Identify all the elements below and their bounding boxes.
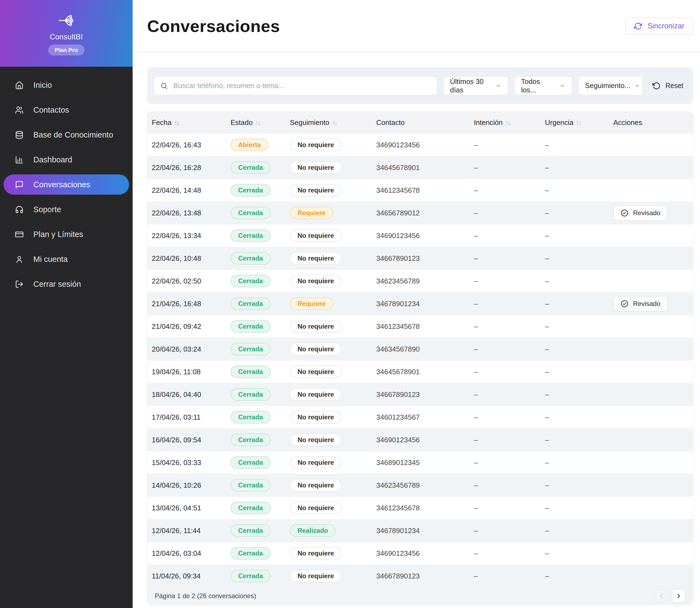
column-header-seguimiento[interactable]: Seguimiento↑↓ (290, 112, 376, 134)
cell-estado: Cerrada (230, 519, 290, 542)
table-row[interactable]: 14/04/26, 10:26CerradaNo requiere3462345… (147, 474, 693, 497)
table-row[interactable]: 22/04/26, 14:48CerradaNo requiere3461234… (147, 179, 693, 202)
cell-contacto: 34634567890 (376, 338, 474, 361)
sync-button[interactable]: Sincronizar (625, 18, 693, 35)
brand-name: ConsultBI (50, 33, 83, 41)
column-header-urgencia[interactable]: Urgencia↑↓ (545, 112, 613, 134)
table-row[interactable]: 21/04/26, 16:48CerradaRequiere3467890123… (147, 292, 693, 315)
credit-card-icon (15, 230, 23, 239)
badge-no-requiere: No requiere (290, 320, 342, 333)
cell-seguimiento: No requiere (290, 247, 376, 270)
table-row[interactable]: 13/04/26, 04:51CerradaNo requiere3461234… (147, 497, 693, 519)
table-row[interactable]: 22/04/26, 02:50CerradaNo requiere3462345… (147, 270, 693, 292)
cell-contacto: 34656789012 (376, 202, 474, 225)
table-row[interactable]: 22/04/26, 10:48CerradaNo requiere3466789… (147, 247, 693, 270)
cell-fecha: 22/04/26, 13:48 (147, 202, 230, 225)
sidebar-item-label: Cerrar sesión (33, 280, 81, 289)
cell-seguimiento: No requiere (290, 156, 376, 179)
table-row[interactable]: 16/04/26, 09:54CerradaNo requiere3469012… (147, 429, 693, 451)
badge-no-requiere: No requiere (290, 570, 342, 582)
table-row[interactable]: 17/04/26, 03:11CerradaNo requiere3460123… (147, 406, 693, 429)
badge-cerrada: Cerrada (230, 184, 271, 196)
table-row[interactable]: 21/04/26, 09:42CerradaNo requiere3461234… (147, 315, 693, 338)
sort-arrows-icon: ↑↓ (576, 119, 581, 126)
home-icon (15, 81, 23, 89)
cell-estado: Cerrada (230, 338, 290, 361)
sort-arrows-icon: ↑↓ (332, 119, 337, 126)
table-row[interactable]: 11/04/26, 09:34CerradaNo requiere3466789… (147, 565, 693, 588)
check-circle-icon (620, 209, 629, 217)
sidebar-item-plan-y-limites[interactable]: Plan y Límites (3, 224, 129, 244)
cell-estado: Cerrada (230, 361, 290, 383)
badge-cerrada: Cerrada (230, 365, 271, 378)
cell-estado: Cerrada (230, 497, 290, 519)
status-filter[interactable]: Todos los... (514, 76, 572, 95)
sidebar-item-inicio[interactable]: Inicio (3, 75, 129, 95)
sidebar-item-mi-cuenta[interactable]: Mi cuenta (3, 249, 129, 269)
revisado-button[interactable]: Revisado (613, 296, 667, 311)
search-box (153, 76, 437, 95)
column-label: Seguimiento (290, 118, 329, 127)
next-page-button[interactable] (672, 589, 685, 603)
chevron-down-icon (560, 83, 566, 89)
table-row[interactable]: 12/04/26, 03:04CerradaNo requiere3469012… (147, 542, 693, 565)
cell-intencion: – (474, 338, 545, 361)
column-label: Intención (474, 118, 503, 127)
badge-no-requiere: No requiere (290, 275, 342, 287)
cell-fecha: 19/04/26, 11:08 (147, 361, 230, 383)
badge-cerrada: Cerrada (230, 479, 271, 492)
table-row[interactable]: 12/04/26, 11:44CerradaRealizado346789012… (147, 519, 693, 542)
search-input[interactable] (173, 81, 430, 90)
table-row[interactable]: 22/04/26, 13:48CerradaRequiere3465678901… (147, 202, 693, 225)
sidebar-item-dashboard[interactable]: Dashboard (3, 150, 129, 170)
sidebar-item-label: Conversaciones (33, 180, 90, 189)
cell-acciones (613, 156, 693, 179)
cell-seguimiento: No requiere (290, 315, 376, 338)
sidebar-item-base-de-conocimiento[interactable]: Base de Conocimiento (3, 125, 129, 145)
cell-fecha: 22/04/26, 16:28 (147, 156, 230, 179)
table-row[interactable]: 19/04/26, 11:08CerradaNo requiere3464567… (147, 361, 693, 383)
table-row[interactable]: 15/04/26, 03:33CerradaNo requiere3468901… (147, 451, 693, 474)
conversations-table: Fecha↑↓Estado↑↓Seguimiento↑↓ContactoInte… (147, 112, 693, 587)
badge-cerrada: Cerrada (230, 388, 271, 401)
table-row[interactable]: 22/04/26, 16:43AbiertaNo requiere3469012… (147, 134, 693, 156)
sidebar-item-cerrar-sesion[interactable]: Cerrar sesión (3, 274, 129, 294)
sidebar-item-soporte[interactable]: Soporte (3, 199, 129, 220)
cell-acciones (613, 383, 693, 406)
cell-seguimiento: No requiere (290, 474, 376, 497)
rotate-ccw-icon (652, 82, 661, 90)
table-row[interactable]: 22/04/26, 13:34CerradaNo requiere3469012… (147, 225, 693, 247)
column-header-estado[interactable]: Estado↑↓ (230, 112, 290, 134)
cell-seguimiento: Requiere (290, 202, 376, 225)
sidebar-nav: Inicio Contactos Base de Conocimiento Da… (0, 67, 133, 299)
users-icon (15, 106, 23, 114)
revisado-button[interactable]: Revisado (613, 205, 667, 221)
cell-fecha: 22/04/26, 16:43 (147, 134, 230, 156)
reset-filters-button[interactable]: Reset (648, 82, 687, 90)
table-row[interactable]: 22/04/26, 16:28CerradaNo requiere3464567… (147, 156, 693, 179)
cell-fecha: 22/04/26, 02:50 (147, 270, 230, 292)
column-header-intencion[interactable]: Intención↑↓ (474, 112, 545, 134)
cell-seguimiento: Requiere (290, 292, 376, 315)
cell-intencion: – (474, 429, 545, 451)
sidebar-item-contactos[interactable]: Contactos (3, 100, 129, 120)
cell-contacto: 34690123456 (376, 225, 474, 247)
column-header-fecha[interactable]: Fecha↑↓ (147, 112, 230, 134)
sidebar-item-label: Soporte (33, 205, 61, 214)
user-icon (15, 255, 23, 264)
table-row[interactable]: 18/04/26, 04:40CerradaNo requiere3466789… (147, 383, 693, 406)
cell-acciones (613, 315, 693, 338)
prev-page-button[interactable] (655, 589, 668, 603)
badge-cerrada: Cerrada (230, 320, 271, 333)
cell-fecha: 12/04/26, 03:04 (147, 542, 230, 565)
cell-fecha: 20/04/26, 03:24 (147, 338, 230, 361)
cell-estado: Cerrada (230, 315, 290, 338)
date-range-filter[interactable]: Últimos 30 días (443, 76, 509, 95)
sidebar-brand-header: ConsultBI Plan Pro (0, 0, 133, 67)
sidebar-item-conversaciones[interactable]: Conversaciones (3, 174, 129, 195)
followup-filter[interactable]: Seguimiento... (578, 76, 643, 95)
cell-intencion: – (474, 179, 545, 202)
cell-estado: Cerrada (230, 179, 290, 202)
table-row[interactable]: 20/04/26, 03:24CerradaNo requiere3463456… (147, 338, 693, 361)
badge-no-requiere: No requiere (290, 365, 342, 378)
